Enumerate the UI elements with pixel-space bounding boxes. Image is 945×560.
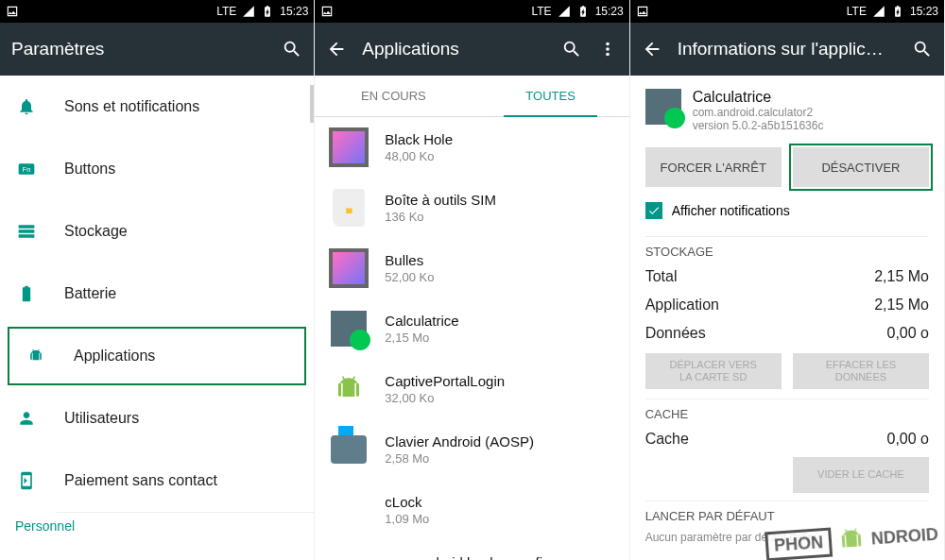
app-bar-settings: Paramètres xyxy=(0,23,314,76)
app-icon xyxy=(329,127,369,167)
sidebar-item-label: Paiement sans contact xyxy=(64,472,217,489)
app-icon xyxy=(329,248,369,288)
clock: 15:23 xyxy=(910,5,938,18)
panel-applications: LTE 15:23 Applications EN COURS TOUTES B… xyxy=(315,0,629,560)
sidebar-item-sons[interactable]: Sons et notifications xyxy=(0,76,314,138)
app-item[interactable]: Bulles52,00 Ko xyxy=(315,238,628,298)
sim-icon: ▄ xyxy=(333,189,365,227)
app-name: Clavier Android (AOSP) xyxy=(385,433,534,450)
app-size: 2,15 Mo xyxy=(385,331,458,345)
app-size: 136 Ko xyxy=(385,210,496,224)
search-button[interactable] xyxy=(282,39,302,59)
app-name: CaptivePortalLogin xyxy=(385,373,505,389)
app-item[interactable]: cLock1,09 Mo xyxy=(315,480,628,540)
overflow-button[interactable] xyxy=(597,39,618,59)
android-icon xyxy=(834,523,868,557)
settings-list[interactable]: Sons et notifications Fn Buttons Stockag… xyxy=(0,76,314,560)
app-name: Calculatrice xyxy=(385,313,458,329)
battery-icon xyxy=(261,5,274,18)
sidebar-item-label: Stockage xyxy=(64,223,128,240)
nfc-icon xyxy=(17,471,36,490)
section-label-personnel: Personnel xyxy=(0,513,314,534)
clear-data-button[interactable]: EFFACER LESDONNÉES xyxy=(793,353,929,389)
sidebar-item-utilisateurs[interactable]: Utilisateurs xyxy=(0,387,314,450)
panel-app-info: LTE 15:23 Informations sur l'applic… Cal… xyxy=(630,0,945,560)
app-detail-version: version 5.0.2-a5b151636c xyxy=(693,119,824,132)
clear-cache-button[interactable]: VIDER LE CACHE xyxy=(793,457,929,493)
check-icon xyxy=(645,202,662,219)
more-vert-icon xyxy=(597,39,618,59)
app-item[interactable]: ▄Boîte à outils SIM136 Ko xyxy=(315,178,628,238)
arrow-back-icon xyxy=(326,39,347,59)
sidebar-item-stockage[interactable]: Stockage xyxy=(0,200,314,263)
app-item[interactable]: Calculatrice2,15 Mo xyxy=(315,298,628,359)
clock: 15:23 xyxy=(280,5,308,18)
battery-icon xyxy=(891,5,904,18)
clock: 15:23 xyxy=(595,5,624,18)
status-bar: LTE 15:23 xyxy=(630,0,944,23)
scroll-indicator xyxy=(310,85,314,123)
lte-indicator: LTE xyxy=(532,5,552,18)
signal-icon xyxy=(872,5,885,18)
tab-en-cours[interactable]: EN COURS xyxy=(315,76,472,116)
sidebar-item-paiement[interactable]: Paiement sans contact xyxy=(0,450,314,512)
app-bar-info: Informations sur l'applic… xyxy=(630,23,944,76)
page-title: Applications xyxy=(362,39,545,59)
disable-button[interactable]: DÉSACTIVER xyxy=(793,147,929,187)
app-size: 2,58 Mo xyxy=(385,451,534,466)
app-item[interactable]: CaptivePortalLogin32,00 Ko xyxy=(315,359,628,419)
storage-total: Total2,15 Mo xyxy=(645,263,929,291)
search-icon xyxy=(561,39,582,59)
page-title: Informations sur l'applic… xyxy=(678,39,897,59)
fn-icon: Fn xyxy=(17,160,36,178)
search-button[interactable] xyxy=(561,39,582,59)
search-icon xyxy=(282,39,302,59)
show-notifications-checkbox[interactable]: Afficher notifications xyxy=(645,196,929,230)
force-stop-button[interactable]: FORCER L'ARRÊT xyxy=(645,147,782,187)
android-icon xyxy=(26,347,45,365)
app-name: com.android.backupconfirm xyxy=(385,554,558,560)
app-size: 52,00 Ko xyxy=(385,270,434,284)
show-notifications-label: Afficher notifications xyxy=(672,203,790,218)
sidebar-item-buttons[interactable]: Fn Buttons xyxy=(0,138,314,200)
storage-icon xyxy=(17,222,36,241)
cache-size: Cache0,00 o xyxy=(645,425,929,453)
app-list[interactable]: Black Hole48,00 Ko ▄Boîte à outils SIM13… xyxy=(315,117,628,560)
battery-icon xyxy=(576,5,590,18)
app-size: 32,00 Ko xyxy=(385,391,505,405)
back-button[interactable] xyxy=(642,39,662,59)
signal-icon xyxy=(558,5,571,18)
search-button[interactable] xyxy=(912,39,933,59)
battery-icon xyxy=(17,284,36,303)
app-name: Bulles xyxy=(385,252,434,268)
user-icon xyxy=(17,409,36,428)
app-detail-name: Calculatrice xyxy=(693,89,824,106)
bell-icon xyxy=(17,97,36,116)
search-icon xyxy=(912,39,933,59)
storage-donnees: Données0,00 o xyxy=(645,319,929,348)
move-to-sd-button[interactable]: DÉPLACER VERSLA CARTE SD xyxy=(645,353,782,389)
sidebar-item-label: Applications xyxy=(74,348,155,365)
tab-toutes[interactable]: TOUTES xyxy=(472,76,629,116)
app-name: Boîte à outils SIM xyxy=(385,192,496,208)
storage-application: Application2,15 Mo xyxy=(645,291,929,319)
sidebar-item-applications[interactable]: Applications xyxy=(8,327,306,385)
svg-text:Fn: Fn xyxy=(23,165,31,174)
calculator-icon xyxy=(331,311,367,347)
page-title: Paramètres xyxy=(11,39,266,59)
status-bar: LTE 15:23 xyxy=(0,0,314,23)
app-item[interactable]: Clavier Android (AOSP)2,58 Mo xyxy=(315,419,628,480)
app-item[interactable]: com.android.backupconfirm28,00 Ko xyxy=(315,540,628,560)
app-size: 48,00 Ko xyxy=(385,149,453,163)
panel-settings: LTE 15:23 Paramètres Sons et notificatio… xyxy=(0,0,315,560)
app-name: cLock xyxy=(385,494,429,510)
section-cache: CACHE xyxy=(645,399,929,425)
lte-indicator: LTE xyxy=(847,5,867,18)
picture-icon xyxy=(320,5,334,18)
android-icon xyxy=(331,371,367,407)
app-info-content[interactable]: Calculatrice com.android.calculator2 ver… xyxy=(630,76,944,560)
sidebar-item-batterie[interactable]: Batterie xyxy=(0,263,314,325)
app-item[interactable]: Black Hole48,00 Ko xyxy=(315,117,628,178)
app-bar-applications: Applications xyxy=(315,23,628,76)
back-button[interactable] xyxy=(326,39,347,59)
